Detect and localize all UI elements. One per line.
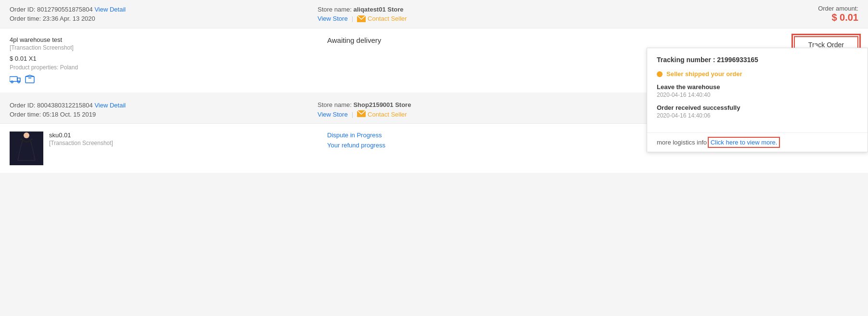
order-1-product-price: $ 0.01 X1 [10, 55, 318, 62]
product-image-svg [12, 132, 41, 165]
envelope-icon-2 [357, 110, 366, 118]
divider-1: | [352, 15, 353, 22]
tracking-number-row: Tracking number : 21996933165 [657, 56, 858, 64]
order-1-store-name: aliqatest01 Store [353, 6, 403, 13]
tracking-content: Tracking number : 21996933165 Seller shi… [647, 48, 868, 132]
event-2-title: Order received successfully [657, 104, 858, 111]
tracking-event-2: Order received successfully 2020-04-16 1… [657, 104, 858, 119]
svg-point-2 [11, 81, 13, 83]
more-logistics-prefix: more logistics info [657, 139, 707, 146]
your-refund-progress-link[interactable]: Your refund progress [327, 142, 385, 149]
order-1-time-row: Order time: 23:36 Apr. 13 2020 [10, 15, 318, 22]
order-2-product-info: sku0.01 [Transaction Screenshot] [10, 132, 318, 165]
dispute-in-progress-link[interactable]: Dispute in Progress [327, 132, 382, 139]
order-1-time-label: Order time: [10, 15, 41, 22]
order-1-product-screenshot: [Transaction Screenshot] [10, 44, 318, 51]
order-1-product-details: 4pl warehouse test [Transaction Screensh… [10, 36, 318, 85]
svg-rect-1 [10, 77, 17, 81]
order-1-status-area: Awaiting delivery [318, 36, 645, 47]
order-1-product-properties: Product properties: Poland [10, 64, 318, 71]
dropdown-arrow-inner [812, 45, 819, 48]
order-1-id-row: Order ID: 8012790551875804 View Detail [10, 6, 318, 13]
order-1-contact-seller-link[interactable]: Contact Seller [357, 15, 407, 22]
order-2-contact-seller-text: Contact Seller [368, 111, 407, 118]
order-2-product-details: sku0.01 [Transaction Screenshot] [49, 132, 318, 165]
order-1-block: Order ID: 8012790551875804 View Detail O… [0, 0, 868, 92]
order-1-product-name: 4pl warehouse test [10, 36, 318, 43]
order-1-id-label: Order ID: [10, 6, 35, 13]
dropdown-arrow [812, 44, 819, 48]
tracking-dropdown: Tracking number : 21996933165 Seller shi… [647, 48, 868, 152]
divider-2: | [352, 111, 353, 118]
order-2-id-label: Order ID: [10, 102, 35, 109]
order-1-store-links: View Store | Contact Seller [318, 15, 645, 22]
order-1-id-value: 8012790551875804 [37, 6, 93, 13]
order-2-view-detail-link[interactable]: View Detail [94, 102, 126, 109]
order-2-header-left: Order ID: 8004380312215804 View Detail O… [10, 102, 318, 118]
order-2-store-name: Shop2159001 Store [353, 101, 411, 108]
order-1-view-detail-link[interactable]: View Detail [94, 6, 126, 13]
event-1-time: 2020-04-16 14:40:40 [657, 92, 858, 98]
tracking-footer: more logistics info Click here to view m… [647, 132, 868, 152]
svg-point-8 [24, 132, 29, 138]
order-1-header-left: Order ID: 8012790551875804 View Detail O… [10, 6, 318, 22]
order-2-header-center: Store name: Shop2159001 Store View Store… [318, 101, 645, 118]
page-wrapper: Order ID: 8012790551875804 View Detail O… [0, 0, 868, 316]
order-1-contact-seller-text: Contact Seller [368, 15, 407, 22]
tracking-event-1: Leave the warehouse 2020-04-16 14:40:40 [657, 83, 858, 98]
envelope-icon-1 [357, 15, 366, 22]
envelope-svg-2 [357, 110, 366, 117]
order-2-id-row: Order ID: 8004380312215804 View Detail [10, 102, 318, 109]
box-icon [25, 75, 35, 85]
order-2-id-value: 8004380312215804 [37, 102, 93, 109]
order-1-properties-label: Product properties: [10, 64, 58, 71]
order-1-properties-value: Poland [60, 64, 78, 71]
order-1-amount-value: $ 0.01 [645, 12, 858, 23]
order-2-time-label: Order time: [10, 111, 41, 118]
order-1-product-info: 4pl warehouse test [Transaction Screensh… [10, 36, 318, 85]
order-1-body: 4pl warehouse test [Transaction Screensh… [0, 28, 868, 92]
order-2-product-name: sku0.01 [49, 132, 318, 139]
order-1-view-store-link[interactable]: View Store [318, 15, 348, 22]
order-1-header-right: Order amount: $ 0.01 [645, 5, 858, 23]
order-2-time-row: Order time: 05:18 Oct. 15 2019 [10, 111, 318, 118]
order-2-store-links: View Store | Contact Seller [318, 110, 645, 118]
event-2-time: 2020-04-16 14:40:06 [657, 112, 858, 119]
tracking-number-label: Tracking number : [657, 56, 715, 64]
order-1-store-label: Store name: [318, 6, 352, 13]
shipped-status: Seller shipped your order [657, 70, 858, 78]
order-1-store-name-row: Store name: aliqatest01 Store [318, 6, 645, 13]
envelope-svg-1 [357, 15, 366, 22]
order-2-store-name-row: Store name: Shop2159001 Store [318, 101, 645, 108]
svg-rect-4 [26, 77, 34, 83]
order-2-view-store-link[interactable]: View Store [318, 111, 348, 118]
order-1-amount-label: Order amount: [645, 5, 858, 12]
truck-icon [10, 75, 21, 85]
order-2-contact-seller-link[interactable]: Contact Seller [357, 110, 407, 118]
order-2-time-value: 05:18 Oct. 15 2019 [43, 111, 96, 118]
order-2-store-label: Store name: [318, 101, 352, 108]
order-2-product-thumbnail [10, 132, 43, 165]
orange-dot-icon [657, 71, 663, 77]
order-1-header: Order ID: 8012790551875804 View Detail O… [0, 0, 868, 28]
shipped-text: Seller shipped your order [666, 70, 742, 78]
order-1-product-icons [10, 75, 318, 85]
order-1-time-value: 23:36 Apr. 13 2020 [43, 15, 95, 22]
tracking-number-value: 21996933165 [717, 56, 758, 64]
order-2-status-area: Dispute in Progress Your refund progress [318, 132, 645, 149]
event-1-title: Leave the warehouse [657, 83, 858, 91]
order-1-awaiting-delivery: Awaiting delivery [327, 36, 381, 44]
order-2-product-screenshot: [Transaction Screenshot] [49, 140, 318, 146]
view-more-link[interactable]: Click here to view more. [709, 138, 779, 147]
order-1-header-center: Store name: aliqatest01 Store View Store… [318, 6, 645, 22]
svg-point-3 [18, 81, 20, 83]
